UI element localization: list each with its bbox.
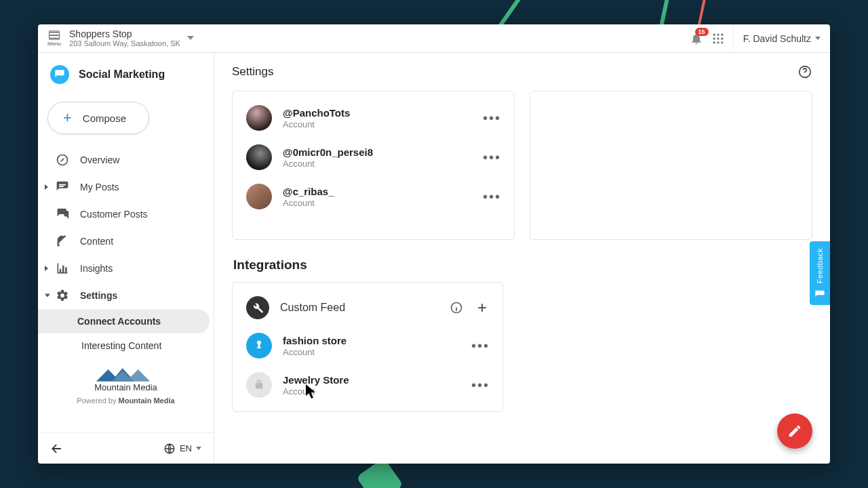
avatar [246,105,272,131]
integration-header: Custom Feed [237,289,498,326]
more-menu-button[interactable]: ••• [483,189,500,205]
nav-connect-accounts[interactable]: Connect Accounts [38,309,210,333]
svg-point-5 [717,37,719,39]
avatar [246,144,272,170]
menu-button[interactable]: Menu [47,30,61,47]
svg-point-7 [713,41,715,43]
compose-button[interactable]: + Compose [47,102,149,134]
wrench-icon [246,296,269,319]
nav-insights[interactable]: Insights [38,255,214,282]
sidebar: Social Marketing + Compose Overview My P… [38,53,214,464]
topbar: Menu Shoppers Stop 203 Salloum Way, Sask… [38,24,830,53]
nav-overview[interactable]: Overview [38,146,214,174]
info-button[interactable] [450,301,463,314]
user-menu[interactable]: F. David Schultz [733,24,821,52]
feedback-tab[interactable]: Feedback [810,241,830,305]
business-name: Shoppers Stop [69,29,180,39]
nav-customer-posts[interactable]: Customer Posts [38,201,214,228]
more-menu-button[interactable]: ••• [483,110,500,126]
feed-row: Jewelry Store Account ••• [237,365,498,405]
accounts-card: @PanchoTots Account ••• @0micr0n_persei8… [232,91,515,240]
feed-icon [246,372,272,398]
svg-rect-14 [256,383,263,388]
account-row: @0micr0n_persei8 Account ••• [237,138,510,177]
user-name: F. David Schultz [743,33,811,44]
nav-interesting-content[interactable]: Interesting Content [42,333,210,358]
svg-point-8 [717,41,719,43]
product-logo-icon [50,65,69,84]
compose-fab[interactable] [777,413,812,449]
menu-label: Menu [47,41,61,47]
integrations-card: Custom Feed [232,282,503,412]
svg-point-3 [721,33,723,35]
nav-settings[interactable]: Settings [38,282,214,309]
nav: Overview My Posts Customer Posts Content… [38,146,214,432]
more-menu-button[interactable]: ••• [471,378,489,393]
feed-icon [246,333,272,359]
business-switcher[interactable]: Shoppers Stop 203 Salloum Way, Saskatoon… [69,29,194,47]
avatar [246,184,272,209]
business-address: 203 Salloum Way, Saskatoon, SK [69,39,180,47]
apps-menu-button[interactable] [711,32,725,45]
back-button[interactable] [50,442,64,455]
page-title: Settings [232,65,273,79]
main: Settings @PanchoTots Account •• [214,53,830,464]
notifications-button[interactable]: 15 [690,32,703,45]
svg-point-1 [713,33,715,35]
app-window: Menu Shoppers Stop 203 Salloum Way, Sask… [38,24,830,464]
compose-label: Compose [83,113,126,124]
add-button[interactable] [475,301,489,314]
language-switcher[interactable]: EN [163,443,201,455]
more-menu-button[interactable]: ••• [471,338,489,354]
page-header: Settings [214,53,830,91]
sidebar-brand: Mountain Media Powered by Mountain Media [38,358,214,410]
chevron-down-icon [815,37,821,40]
more-menu-button[interactable]: ••• [483,150,500,165]
empty-card [530,91,812,240]
powered-by: Powered by Mountain Media [52,396,200,405]
help-button[interactable] [797,64,812,79]
sidebar-bottom: EN [38,432,214,464]
svg-point-6 [721,37,723,39]
nav-my-posts[interactable]: My Posts [38,174,214,201]
account-row: @c_ribas_ Account ••• [237,177,510,216]
chevron-down-icon [196,447,201,450]
integrations-heading: Integrations [233,258,812,272]
notification-badge: 15 [695,28,709,37]
nav-content[interactable]: Content [38,228,214,255]
brand-name: Mountain Media [52,382,200,392]
chevron-down-icon [187,36,194,40]
svg-point-9 [721,41,723,43]
svg-point-4 [713,37,715,39]
feed-row: fashion store Account ••• [237,326,498,365]
product-name: Social Marketing [79,68,165,81]
svg-point-2 [717,33,719,35]
content-area: @PanchoTots Account ••• @0micr0n_persei8… [214,91,830,464]
account-row: @PanchoTots Account ••• [237,98,510,138]
product-header: Social Marketing [38,53,214,88]
